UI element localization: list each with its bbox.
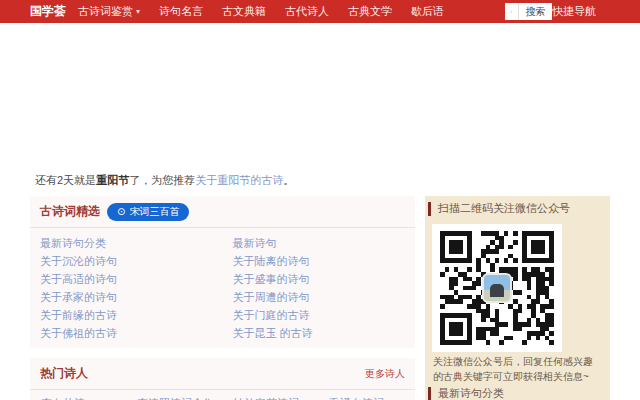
- header-accent-bar: [428, 202, 431, 216]
- festival-poems-link[interactable]: 关于重阳节的古诗: [195, 174, 283, 186]
- poem-link[interactable]: 最新诗句分类: [30, 234, 223, 252]
- more-poets-link[interactable]: 更多诗人: [365, 367, 405, 381]
- poem-link[interactable]: 关于周遭的诗句: [223, 288, 416, 306]
- nav-item-ancient-poets[interactable]: 古代诗人: [285, 4, 329, 19]
- poet-link-libai[interactable]: 李白的诗: [41, 396, 137, 400]
- nav-item-xiehouyu[interactable]: 歇后语: [411, 4, 444, 19]
- poem-link[interactable]: 关于昆玉 的古诗: [223, 324, 416, 342]
- quick-nav-link[interactable]: 快捷导航: [552, 4, 596, 19]
- poem-panel-title: 古诗词精选: [40, 203, 100, 220]
- poem-link[interactable]: 关于沉沦的诗句: [30, 252, 223, 270]
- poets-row: 李白的诗 李清照诗词全集 纳兰容若诗词 毛泽东诗词: [30, 390, 415, 400]
- qr-section-header: 扫描二维码关注微信公众号: [425, 201, 610, 216]
- hot-poets-panel: 热门诗人 更多诗人 李白的诗 李清照诗词全集 纳兰容若诗词 毛泽东诗词: [30, 358, 415, 400]
- poem-link[interactable]: 关于前缘的古诗: [30, 306, 223, 324]
- nav-item-classics[interactable]: 古文典籍: [222, 4, 266, 19]
- header-accent-bar: [428, 387, 431, 400]
- nav-item-classical-literature[interactable]: 古典文学: [348, 4, 392, 19]
- poem-link-grid: 最新诗句分类 最新诗句 关于沉沦的诗句 关于陆离的诗句 关于高适的诗句 关于盛事…: [30, 228, 415, 342]
- search-input[interactable]: [505, 3, 518, 20]
- poem-link[interactable]: 关于高适的诗句: [30, 270, 223, 288]
- songci-300-button[interactable]: ⊙ 宋词三百首: [107, 203, 189, 221]
- poem-link[interactable]: 关于门庭的古诗: [223, 306, 416, 324]
- poet-link-nalanrongruo[interactable]: 纳兰容若诗词: [233, 396, 329, 400]
- qr-section-title: 扫描二维码关注微信公众号: [438, 201, 570, 216]
- search-bar: 搜索: [505, 3, 552, 20]
- poet-link-liqingzhao[interactable]: 李清照诗词全集: [137, 396, 233, 400]
- poem-selection-panel: 古诗词精选 ⊙ 宋词三百首 最新诗句分类 最新诗句 关于沉沦的诗句 关于陆离的诗…: [30, 196, 415, 348]
- site-logo[interactable]: 国学荟: [30, 3, 66, 20]
- festival-name: 重阳节: [96, 174, 129, 186]
- poem-link[interactable]: 最新诗句: [223, 234, 416, 252]
- qr-instructions: 关注微信公众号后，回复任何感兴趣的古典关键字可立即获得相关信息~: [425, 354, 610, 384]
- poem-link[interactable]: 关于盛事的诗句: [223, 270, 416, 288]
- latest-categories-title: 最新诗句分类: [438, 386, 504, 400]
- clock-icon: ⊙: [117, 207, 125, 217]
- wechat-sidebar: 扫描二维码关注微信公众号 关注微信公众号后，回复任何感兴趣的古典关键字可立即获得…: [425, 196, 610, 400]
- main-nav: 古诗词鉴赏 ▾ 诗句名言 古文典籍 古代诗人 古典文学 歇后语: [78, 4, 463, 19]
- latest-categories-header: 最新诗句分类: [425, 386, 610, 400]
- nav-item-appreciation[interactable]: 古诗词鉴赏 ▾: [78, 4, 140, 19]
- top-navbar: 国学荟 古诗词鉴赏 ▾ 诗句名言 古文典籍 古代诗人 古典文学 歇后语 搜索 快…: [0, 0, 640, 23]
- hot-poets-header: 热门诗人 更多诗人: [30, 358, 415, 390]
- wechat-qr-code: [432, 224, 562, 352]
- poem-link[interactable]: 关于佛祖的古诗: [30, 324, 223, 342]
- building-icon: [490, 284, 504, 297]
- qr-center-logo: [482, 273, 512, 303]
- hot-poets-title: 热门诗人: [40, 365, 88, 382]
- festival-notice: 还有2天就是重阳节了，为您推荐关于重阳节的古诗。: [35, 173, 294, 188]
- nav-item-famous-lines[interactable]: 诗句名言: [159, 4, 203, 19]
- poet-link-maozedong[interactable]: 毛泽东诗词: [329, 396, 425, 400]
- chevron-down-icon: ▾: [136, 7, 140, 16]
- search-button[interactable]: 搜索: [518, 3, 552, 20]
- poem-link[interactable]: 关于承家的诗句: [30, 288, 223, 306]
- poem-link[interactable]: 关于陆离的诗句: [223, 252, 416, 270]
- poem-panel-header: 古诗词精选 ⊙ 宋词三百首: [30, 196, 415, 228]
